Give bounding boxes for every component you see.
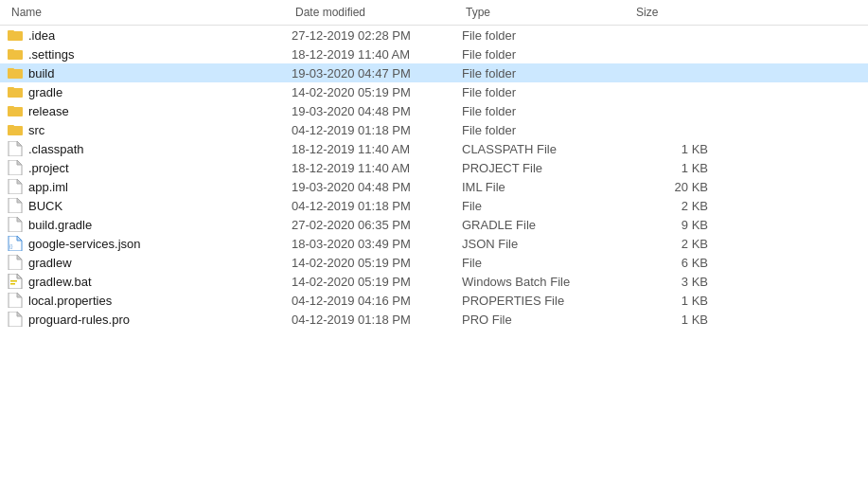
- list-item[interactable]: gradle 14-02-2020 05:19 PM File folder: [0, 82, 868, 101]
- file-label: build.gradle: [28, 218, 92, 232]
- svg-rect-1: [8, 30, 14, 33]
- file-icon: [8, 160, 23, 175]
- folder-icon: [8, 122, 23, 137]
- file-label: .idea: [28, 28, 55, 43]
- date-cell: 18-12-2019 11:40 AM: [292, 142, 462, 156]
- file-name-cell: .classpath: [8, 141, 292, 156]
- file-explorer: Name Date modified Type Size .idea 27-12…: [0, 0, 868, 483]
- type-cell: JSON File: [462, 237, 632, 251]
- date-cell: 19-03-2020 04:48 PM: [292, 180, 462, 194]
- folder-icon: [8, 84, 23, 99]
- file-label: BUCK: [28, 199, 62, 213]
- size-cell: 3 KB: [632, 275, 727, 289]
- type-cell: File folder: [462, 28, 632, 43]
- date-cell: 14-02-2020 05:19 PM: [292, 85, 462, 99]
- folder-icon: [8, 46, 23, 62]
- size-cell: 1 KB: [632, 313, 727, 327]
- type-cell: PROJECT File: [462, 161, 632, 175]
- type-cell: Windows Batch File: [462, 275, 632, 289]
- type-cell: GRADLE File: [462, 218, 632, 232]
- type-cell: File: [462, 199, 632, 213]
- file-name-cell: {} google-services.json: [8, 236, 292, 251]
- col-date[interactable]: Date modified: [292, 4, 462, 21]
- file-name-cell: gradlew: [8, 255, 292, 270]
- folder-icon: [8, 103, 23, 118]
- list-item[interactable]: app.iml 19-03-2020 04:48 PM IML File 20 …: [0, 177, 868, 196]
- file-list: .idea 27-12-2019 02:28 PM File folder .s…: [0, 26, 868, 329]
- file-icon: [8, 198, 23, 213]
- col-name[interactable]: Name: [8, 4, 292, 21]
- list-item[interactable]: build 19-03-2020 04:47 PM File folder: [0, 63, 868, 82]
- file-name-cell: build.gradle: [8, 217, 292, 232]
- size-cell: 2 KB: [632, 199, 727, 213]
- date-cell: 19-03-2020 04:48 PM: [292, 104, 462, 118]
- svg-rect-7: [8, 87, 14, 90]
- date-cell: 14-02-2020 05:19 PM: [292, 275, 462, 289]
- file-label: build: [28, 66, 54, 80]
- list-item[interactable]: .settings 18-12-2019 11:40 AM File folde…: [0, 45, 868, 63]
- list-item[interactable]: src 04-12-2019 01:18 PM File folder: [0, 120, 868, 139]
- date-cell: 19-03-2020 04:47 PM: [292, 66, 462, 80]
- svg-rect-30: [10, 283, 15, 285]
- file-label: release: [28, 104, 69, 118]
- file-name-cell: gradle: [8, 84, 292, 99]
- list-item[interactable]: build.gradle 27-02-2020 06:35 PM GRADLE …: [0, 215, 868, 234]
- svg-marker-13: [17, 141, 22, 146]
- svg-marker-32: [17, 293, 22, 297]
- svg-marker-34: [17, 312, 22, 316]
- col-size[interactable]: Size: [632, 4, 727, 21]
- file-name-cell: proguard-rules.pro: [8, 312, 292, 327]
- svg-text:{}: {}: [9, 243, 13, 249]
- type-cell: File folder: [462, 47, 632, 62]
- list-item[interactable]: .idea 27-12-2019 02:28 PM File folder: [0, 26, 868, 45]
- list-item[interactable]: .classpath 18-12-2019 11:40 AM CLASSPATH…: [0, 139, 868, 158]
- file-label: app.iml: [28, 180, 68, 194]
- col-type[interactable]: Type: [462, 4, 632, 21]
- file-label: proguard-rules.pro: [28, 313, 130, 327]
- list-item[interactable]: gradlew 14-02-2020 05:19 PM File 6 KB: [0, 253, 868, 272]
- date-cell: 27-12-2019 02:28 PM: [292, 28, 462, 43]
- folder-icon: [8, 27, 23, 43]
- json-file-icon: {}: [8, 236, 23, 251]
- svg-marker-21: [17, 217, 22, 222]
- file-icon: [8, 255, 23, 270]
- svg-marker-23: [17, 236, 22, 241]
- size-cell: 1 KB: [632, 142, 727, 156]
- svg-marker-19: [17, 198, 22, 203]
- date-cell: 04-12-2019 01:18 PM: [292, 313, 462, 327]
- size-cell: 2 KB: [632, 237, 727, 251]
- date-cell: 18-03-2020 03:49 PM: [292, 237, 462, 251]
- file-name-cell: BUCK: [8, 198, 292, 213]
- date-cell: 14-02-2020 05:19 PM: [292, 256, 462, 270]
- svg-rect-11: [8, 125, 14, 128]
- svg-rect-5: [8, 68, 14, 71]
- file-label: gradlew: [28, 256, 72, 270]
- file-name-cell: .idea: [8, 27, 292, 43]
- svg-marker-17: [17, 179, 22, 184]
- list-item[interactable]: proguard-rules.pro 04-12-2019 01:18 PM P…: [0, 310, 868, 329]
- column-headers: Name Date modified Type Size: [0, 0, 868, 26]
- svg-rect-29: [10, 280, 17, 282]
- file-label: .project: [28, 161, 69, 175]
- list-item[interactable]: local.properties 04-12-2019 04:16 PM PRO…: [0, 291, 868, 310]
- list-item[interactable]: release 19-03-2020 04:48 PM File folder: [0, 101, 868, 120]
- date-cell: 04-12-2019 04:16 PM: [292, 294, 462, 308]
- list-item[interactable]: {} google-services.json 18-03-2020 03:49…: [0, 234, 868, 253]
- file-label: gradlew.bat: [28, 275, 92, 289]
- size-cell: 6 KB: [632, 256, 727, 270]
- size-cell: 1 KB: [632, 161, 727, 175]
- file-name-cell: src: [8, 122, 292, 137]
- list-item[interactable]: .project 18-12-2019 11:40 AM PROJECT Fil…: [0, 158, 868, 177]
- date-cell: 18-12-2019 11:40 AM: [292, 161, 462, 175]
- type-cell: CLASSPATH File: [462, 142, 632, 156]
- type-cell: File folder: [462, 123, 632, 137]
- file-label: google-services.json: [28, 237, 141, 251]
- date-cell: 18-12-2019 11:40 AM: [292, 47, 462, 62]
- list-item[interactable]: gradlew.bat 14-02-2020 05:19 PM Windows …: [0, 272, 868, 291]
- file-icon: [8, 293, 23, 308]
- file-name-cell: app.iml: [8, 179, 292, 194]
- type-cell: File: [462, 256, 632, 270]
- list-item[interactable]: BUCK 04-12-2019 01:18 PM File 2 KB: [0, 196, 868, 215]
- type-cell: PRO File: [462, 313, 632, 327]
- size-cell: 1 KB: [632, 294, 727, 308]
